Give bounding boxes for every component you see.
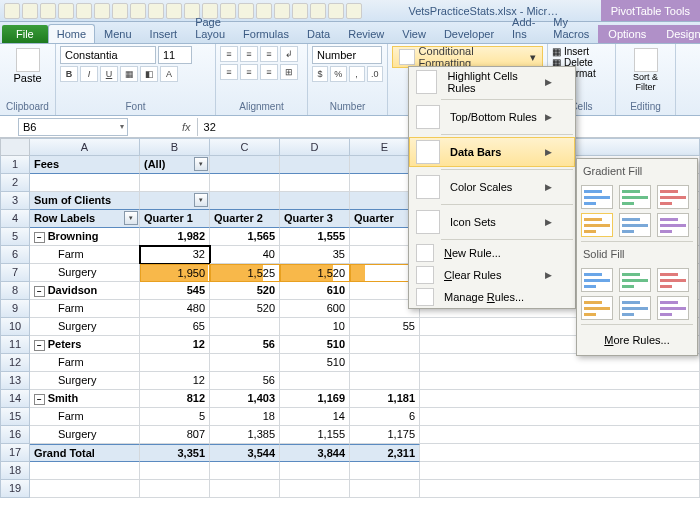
font-color-button[interactable]: A (160, 66, 178, 82)
cell[interactable] (30, 480, 140, 498)
col-header-a[interactable]: A (30, 138, 140, 156)
cell[interactable]: 1,155 (280, 426, 350, 444)
cell[interactable]: −Peters (30, 336, 140, 354)
cell[interactable] (350, 336, 420, 354)
qat-undo-icon[interactable] (22, 3, 38, 19)
row-header[interactable]: 1 (0, 156, 30, 174)
qat-preview-icon[interactable] (112, 3, 128, 19)
menu-new-rule[interactable]: NNew Rule...ew Rule... (409, 242, 575, 264)
border-button[interactable]: ▦ (120, 66, 138, 82)
qat-table-icon[interactable] (238, 3, 254, 19)
qat-more-icon[interactable] (256, 3, 272, 19)
qat-redo-icon[interactable] (40, 3, 56, 19)
row-header[interactable]: 8 (0, 282, 30, 300)
cell[interactable]: 1,385 (210, 426, 280, 444)
databar-solid-purple[interactable] (657, 296, 689, 320)
cell[interactable] (140, 354, 210, 372)
cell[interactable]: Farm (30, 408, 140, 426)
fill-color-button[interactable]: ◧ (140, 66, 158, 82)
row-header[interactable]: 10 (0, 318, 30, 336)
cell[interactable]: 1,169 (280, 390, 350, 408)
cell[interactable]: 6 (350, 408, 420, 426)
more-rules-button[interactable]: More Rules... (581, 329, 693, 351)
select-all-corner[interactable] (0, 138, 30, 156)
row-header[interactable]: 18 (0, 462, 30, 480)
cell[interactable] (210, 156, 280, 174)
align-bottom-button[interactable]: ≡ (260, 46, 278, 62)
align-middle-button[interactable]: ≡ (240, 46, 258, 62)
cell[interactable]: 40 (210, 246, 280, 264)
cell[interactable]: 545 (140, 282, 210, 300)
pivot-filter-fees-button[interactable]: ▾ (194, 157, 208, 171)
cell[interactable]: 55 (350, 318, 420, 336)
cell[interactable]: Quarter 1 (140, 210, 210, 228)
cell[interactable]: Farm (30, 300, 140, 318)
cell[interactable]: 14 (280, 408, 350, 426)
cell[interactable]: 1,520 (280, 264, 350, 282)
tab-home[interactable]: Home (48, 24, 95, 43)
cell[interactable] (350, 462, 420, 480)
cell[interactable]: 10 (280, 318, 350, 336)
cell[interactable]: 35 (280, 246, 350, 264)
cell[interactable]: −Davidson (30, 282, 140, 300)
name-box[interactable]: B6 (18, 118, 128, 136)
align-top-button[interactable]: ≡ (220, 46, 238, 62)
qat-filter-icon[interactable] (166, 3, 182, 19)
cell[interactable] (140, 462, 210, 480)
cell[interactable] (210, 480, 280, 498)
row-header[interactable]: 6 (0, 246, 30, 264)
databar-gradient-orange[interactable] (581, 213, 613, 237)
paste-button[interactable]: Paste (4, 46, 51, 86)
insert-button[interactable]: ▦Insert (552, 46, 611, 57)
databar-gradient-purple[interactable] (657, 213, 689, 237)
menu-manage-rules[interactable]: Manage Rules... (409, 286, 575, 308)
cell[interactable]: Surgery (30, 426, 140, 444)
cell[interactable]: 520 (210, 300, 280, 318)
row-header[interactable]: 2 (0, 174, 30, 192)
italic-button[interactable]: I (80, 66, 98, 82)
cell[interactable]: 2,311 (350, 444, 420, 462)
cell[interactable] (210, 174, 280, 192)
tab-formulas[interactable]: Formulas (234, 24, 298, 43)
conditional-formatting-button[interactable]: Conditional Formatting ▾ (392, 46, 543, 68)
cell[interactable]: Sum of Clients (30, 192, 140, 210)
cell[interactable]: 3,844 (280, 444, 350, 462)
tab-design[interactable]: Design (656, 25, 700, 43)
cell[interactable]: 65 (140, 318, 210, 336)
cell[interactable]: 480 (140, 300, 210, 318)
cell[interactable]: 1,181 (350, 390, 420, 408)
align-right-button[interactable]: ≡ (260, 64, 278, 80)
menu-data-bars[interactable]: Data Bars ▶ (409, 137, 575, 167)
cell[interactable]: −Browning (30, 228, 140, 246)
cell[interactable]: 520 (210, 282, 280, 300)
qat-spell-icon[interactable] (130, 3, 146, 19)
cell[interactable] (210, 318, 280, 336)
row-header[interactable]: 19 (0, 480, 30, 498)
cell[interactable]: Surgery (30, 264, 140, 282)
cell[interactable]: 1,403 (210, 390, 280, 408)
tab-review[interactable]: Review (339, 24, 393, 43)
cell[interactable] (210, 354, 280, 372)
cell[interactable]: 510 (280, 336, 350, 354)
cell[interactable]: 5 (140, 408, 210, 426)
cell[interactable] (350, 372, 420, 390)
qat-extra4-icon[interactable] (328, 3, 344, 19)
cell[interactable]: 1,982 (140, 228, 210, 246)
row-header[interactable]: 16 (0, 426, 30, 444)
row-header[interactable]: 12 (0, 354, 30, 372)
menu-clear-rules[interactable]: Clear Rules ▶ (409, 264, 575, 286)
cell[interactable] (280, 174, 350, 192)
underline-button[interactable]: U (100, 66, 118, 82)
qat-extra2-icon[interactable] (292, 3, 308, 19)
row-header[interactable]: 17 (0, 444, 30, 462)
row-header[interactable]: 7 (0, 264, 30, 282)
align-left-button[interactable]: ≡ (220, 64, 238, 80)
tab-options[interactable]: Options (598, 25, 656, 43)
cell[interactable]: Farm (30, 354, 140, 372)
cell[interactable]: 1,950 (140, 264, 210, 282)
cell[interactable] (280, 480, 350, 498)
cell[interactable] (350, 354, 420, 372)
cell[interactable] (350, 480, 420, 498)
databar-solid-red[interactable] (657, 268, 689, 292)
tab-mymacros[interactable]: My Macros (544, 12, 598, 43)
